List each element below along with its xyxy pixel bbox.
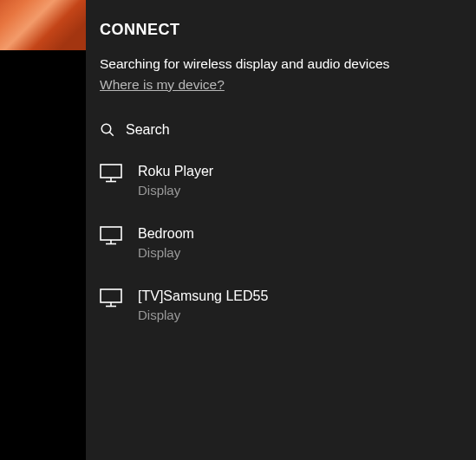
svg-rect-5 (101, 227, 121, 240)
panel-top-sliver (86, 0, 476, 7)
device-text: [TV]Samsung LED55 Display (138, 287, 268, 325)
device-name: [TV]Samsung LED55 (138, 287, 268, 306)
device-list: Roku Player Display Bedroom Display (86, 153, 476, 340)
panel-title: CONNECT (86, 7, 476, 56)
device-type: Display (138, 243, 194, 262)
device-name: Bedroom (138, 224, 194, 243)
monitor-icon (100, 287, 138, 308)
device-text: Bedroom Display (138, 224, 194, 262)
searching-status: Searching for wireless display and audio… (86, 56, 476, 77)
device-name: Roku Player (138, 162, 213, 181)
device-item-samsung-tv[interactable]: [TV]Samsung LED55 Display (86, 278, 476, 340)
device-text: Roku Player Display (138, 162, 213, 200)
svg-point-0 (101, 124, 111, 133)
monitor-icon (100, 224, 138, 245)
search-icon (100, 122, 126, 138)
where-is-my-device-link[interactable]: Where is my device? (86, 77, 238, 117)
device-item-bedroom[interactable]: Bedroom Display (86, 216, 476, 278)
search-input[interactable]: Search (86, 117, 476, 153)
device-item-roku-player[interactable]: Roku Player Display (86, 153, 476, 216)
search-label: Search (126, 122, 170, 138)
monitor-icon (100, 162, 138, 183)
connect-panel: CONNECT Searching for wireless display a… (86, 0, 476, 460)
svg-rect-2 (101, 165, 121, 178)
svg-rect-8 (101, 289, 121, 302)
device-type: Display (138, 181, 213, 200)
desktop-background-sliver (0, 0, 86, 50)
device-type: Display (138, 306, 268, 325)
svg-line-1 (109, 132, 114, 136)
